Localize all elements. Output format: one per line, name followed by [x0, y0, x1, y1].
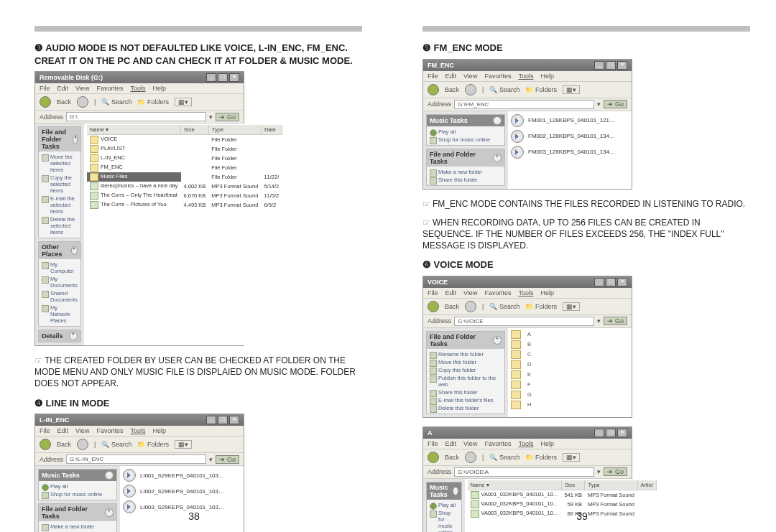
toolbar[interactable]: Back | 🔍 Search 📁 Folders ▦▾: [423, 299, 632, 315]
menu-tools[interactable]: Tools: [130, 85, 145, 92]
close-icon[interactable]: ×: [617, 429, 627, 437]
place-item[interactable]: My Documents: [42, 275, 78, 289]
task-item[interactable]: Share this folder: [430, 388, 502, 396]
forward-icon[interactable]: [465, 84, 476, 95]
address-input[interactable]: G:\: [66, 112, 206, 121]
menu-edit[interactable]: Edit: [445, 73, 457, 80]
col-type[interactable]: Type: [208, 125, 261, 135]
task-item[interactable]: Move this folder: [430, 358, 502, 366]
menu-favorites[interactable]: Favorites: [484, 440, 511, 447]
menu-view[interactable]: View: [463, 73, 477, 80]
list-item[interactable]: D: [511, 360, 629, 370]
list-item[interactable]: FM003_128KBPS_040101_134…: [511, 144, 629, 160]
chevron-up-icon[interactable]: ˄: [73, 135, 78, 144]
address-bar[interactable]: Address G:\FM_ENC ▾ ➔ Go: [423, 98, 632, 111]
task-item[interactable]: Rename this folder: [430, 350, 502, 358]
search-button[interactable]: 🔍 Search: [489, 454, 519, 461]
back-icon[interactable]: [40, 439, 51, 450]
go-button[interactable]: ➔ Go: [216, 455, 239, 464]
close-icon[interactable]: ×: [617, 61, 627, 70]
menu-bar[interactable]: File Edit View Favorites Tools Help: [423, 439, 632, 449]
chevron-down-icon[interactable]: ˅: [69, 332, 78, 340]
window-titlebar[interactable]: L-IN_ENC _ □ ×: [35, 414, 244, 426]
col-size[interactable]: Size: [181, 125, 209, 135]
maximize-icon[interactable]: □: [606, 278, 616, 286]
search-button[interactable]: 🔍 Search: [101, 98, 131, 106]
go-button[interactable]: ➔ Go: [216, 113, 239, 121]
table-row[interactable]: The Corrs – Pictures of You4,493 KBMP3 F…: [87, 200, 282, 210]
toolbar[interactable]: Back | 🔍 Search 📁 Folders ▦▾: [423, 449, 632, 466]
menu-help[interactable]: Help: [540, 440, 554, 447]
minimize-icon[interactable]: _: [594, 429, 604, 437]
window-buttons[interactable]: _ □ ×: [594, 61, 627, 70]
views-button[interactable]: ▦▾: [563, 302, 580, 311]
back-label[interactable]: Back: [445, 454, 459, 461]
table-row[interactable]: stereophonics – have a nice day4,002 KBM…: [87, 182, 282, 191]
list-item[interactable]: H: [511, 400, 629, 410]
list-item[interactable]: G: [511, 390, 629, 400]
address-input[interactable]: G:\VOICE: [454, 317, 594, 326]
window-titlebar[interactable]: VOICE _ □ ×: [423, 276, 632, 288]
go-button[interactable]: ➔ Go: [604, 467, 627, 476]
window-titlebar[interactable]: FM_ENC _ □ ×: [423, 60, 632, 71]
maximize-icon[interactable]: □: [606, 429, 616, 437]
address-dropdown-icon[interactable]: ▾: [597, 101, 601, 108]
window-buttons[interactable]: _ □ ×: [206, 416, 239, 424]
address-input[interactable]: G:\FM_ENC: [454, 100, 594, 109]
back-icon[interactable]: [428, 452, 439, 463]
menu-edit[interactable]: Edit: [445, 440, 457, 447]
chevron-up-icon[interactable]: ˄: [493, 154, 502, 162]
search-button[interactable]: 🔍 Search: [101, 441, 131, 448]
menu-help[interactable]: Help: [540, 73, 554, 80]
task-item[interactable]: Make a new folder: [42, 523, 114, 531]
chevron-up-icon[interactable]: ˄: [453, 487, 458, 495]
address-dropdown-icon[interactable]: ▾: [209, 456, 213, 463]
menu-bar[interactable]: File Edit View Favorites Tools Help: [423, 288, 632, 299]
maximize-icon[interactable]: □: [218, 73, 228, 82]
close-icon[interactable]: ×: [229, 73, 239, 82]
menu-favorites[interactable]: Favorites: [96, 85, 123, 92]
col-date[interactable]: Date: [261, 125, 282, 135]
list-item[interactable]: B: [511, 340, 629, 350]
menu-edit[interactable]: Edit: [445, 289, 457, 297]
menu-edit[interactable]: Edit: [57, 427, 69, 434]
back-label[interactable]: Back: [445, 86, 459, 93]
search-button[interactable]: 🔍 Search: [489, 86, 519, 93]
menu-tools[interactable]: Tools: [518, 289, 533, 297]
address-dropdown-icon[interactable]: ▾: [597, 468, 601, 475]
menu-view[interactable]: View: [463, 289, 477, 297]
address-dropdown-icon[interactable]: ▾: [209, 113, 213, 121]
task-item[interactable]: Publish this folder to the web: [430, 374, 502, 388]
back-label[interactable]: Back: [57, 441, 71, 448]
minimize-icon[interactable]: _: [594, 61, 604, 70]
task-item[interactable]: Delete this folder: [430, 404, 502, 412]
task-item[interactable]: Delete the selected items: [42, 215, 78, 236]
window-buttons[interactable]: _ □ ×: [206, 73, 239, 82]
list-item[interactable]: LI002_S29KEPS_040101_103…: [123, 483, 241, 499]
list-item[interactable]: A: [511, 330, 629, 340]
folders-button[interactable]: 📁 Folders: [137, 441, 169, 448]
menu-favorites[interactable]: Favorites: [96, 427, 123, 434]
file-list[interactable]: FM001_128KBPS_040101_121…FM002_128KBPS_0…: [508, 111, 632, 189]
menu-view[interactable]: View: [75, 427, 89, 434]
chevron-up-icon[interactable]: ˄: [71, 246, 78, 255]
task-item[interactable]: E-mail this folder's files: [430, 396, 502, 404]
menu-tools[interactable]: Tools: [518, 73, 533, 80]
views-button[interactable]: ▦▾: [563, 453, 580, 462]
place-item[interactable]: My Computer: [42, 261, 78, 275]
window-buttons[interactable]: _ □ ×: [594, 429, 627, 437]
views-button[interactable]: ▦▾: [563, 85, 580, 94]
table-row[interactable]: PLAYLISTFile Folder: [87, 144, 282, 154]
forward-icon[interactable]: [77, 96, 88, 108]
table-row[interactable]: FM_ENCFile Folder: [87, 163, 282, 172]
back-icon[interactable]: [428, 84, 439, 95]
list-item[interactable]: F: [511, 380, 629, 390]
back-label[interactable]: Back: [57, 98, 71, 106]
folders-button[interactable]: 📁 Folders: [525, 303, 557, 310]
minimize-icon[interactable]: _: [206, 73, 216, 82]
minimize-icon[interactable]: _: [206, 416, 216, 424]
task-item[interactable]: Move the selected items: [42, 153, 78, 174]
place-item[interactable]: My Network Places: [42, 304, 78, 325]
menu-help[interactable]: Help: [152, 85, 166, 92]
views-button[interactable]: ▦▾: [175, 440, 192, 449]
